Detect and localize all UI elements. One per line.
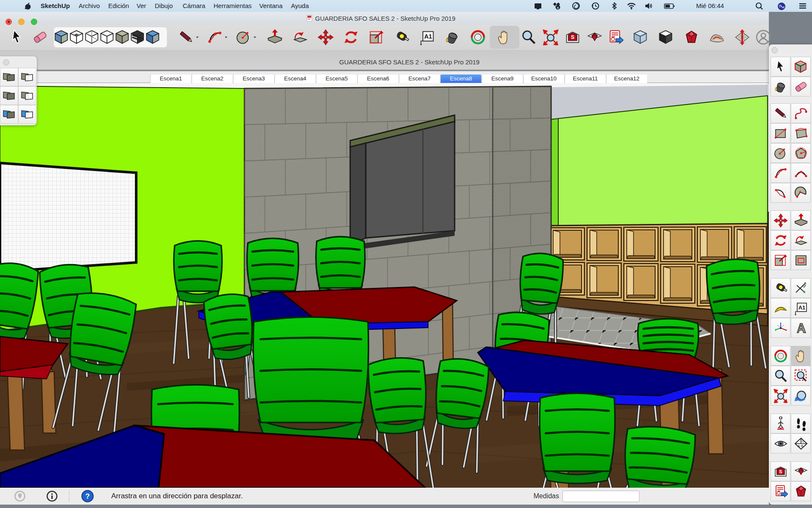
palette-position-camera[interactable] <box>771 414 790 433</box>
wifi-icon[interactable] <box>627 2 638 10</box>
palette-make-component[interactable] <box>791 57 811 77</box>
scene-tab-escena11[interactable]: Escena11 <box>565 75 606 83</box>
menu-cámara[interactable]: Cámara <box>183 0 205 12</box>
toolbar-ruby-console[interactable] <box>682 25 701 50</box>
palette-tape-measure[interactable] <box>771 278 790 298</box>
palette-circle[interactable] <box>771 143 790 163</box>
scene-tab-escena6[interactable]: Escena6 <box>357 75 398 83</box>
palette-3d-warehouse[interactable]: S <box>771 461 790 481</box>
palette-close-button[interactable] <box>771 47 778 53</box>
geolocation-icon[interactable] <box>14 491 25 502</box>
toolbar-arc[interactable] <box>206 25 224 50</box>
scene-tab-escena9[interactable]: Escena9 <box>482 75 523 83</box>
palette-2-point-arc[interactable] <box>791 163 811 183</box>
toolbar-zoom[interactable] <box>519 25 538 50</box>
apple-menu-icon[interactable] <box>25 2 31 10</box>
palette-protractor[interactable] <box>771 298 790 318</box>
menu-edición[interactable]: Edición <box>108 0 129 12</box>
notification-center-icon[interactable] <box>798 2 808 11</box>
toolbar-add-location[interactable] <box>657 25 675 50</box>
battery-icon[interactable] <box>664 2 675 10</box>
toolbar-paint-bucket[interactable] <box>443 25 462 50</box>
palette-dimensions[interactable]: 3 <box>791 278 811 298</box>
palette-pie[interactable] <box>791 183 811 203</box>
solid-intersect[interactable] <box>18 68 36 86</box>
palette-walk[interactable] <box>791 414 811 433</box>
palette-rotated-rectangle[interactable] <box>791 123 811 143</box>
minimize-button[interactable] <box>18 19 25 25</box>
siri-icon[interactable] <box>777 2 787 11</box>
toolbar-3d-warehouse[interactable]: S <box>563 25 582 50</box>
menu-herramientas[interactable]: Herramientas <box>214 0 252 12</box>
palette-rectangle[interactable] <box>771 123 790 143</box>
spotlight-icon[interactable] <box>755 2 765 11</box>
palette-3-point-arc[interactable] <box>771 183 790 203</box>
palette-arc[interactable] <box>771 163 790 183</box>
close-button[interactable] <box>5 19 12 25</box>
toolbar-sandbox[interactable] <box>708 25 726 50</box>
solid-subtract[interactable] <box>18 86 36 105</box>
scene-tab-escena1[interactable]: Escena1 <box>150 75 191 83</box>
toolbar-rotate[interactable] <box>342 25 360 50</box>
palette-orbit[interactable] <box>771 346 790 366</box>
bluetooth-icon[interactable] <box>611 2 622 10</box>
toolbar-text[interactable]: A1 <box>418 25 436 50</box>
toolbar-tape-measure[interactable] <box>392 25 411 50</box>
menu-sketchup[interactable]: SketchUp <box>41 0 70 12</box>
palette-paint-bucket[interactable] <box>771 77 790 97</box>
palette-axes[interactable] <box>771 318 790 338</box>
menu-ayuda[interactable]: Ayuda <box>291 0 309 12</box>
toolbar-circle[interactable] <box>234 25 253 50</box>
palette-ruby-console[interactable] <box>791 481 811 501</box>
scene-tab-escena2[interactable]: Escena2 <box>192 75 233 83</box>
menu-archivo[interactable]: Archivo <box>79 0 100 12</box>
info-icon[interactable] <box>47 491 58 502</box>
scene-tab-escena10[interactable]: Escena10 <box>523 75 564 83</box>
palette-section-plane[interactable]: CA·B <box>791 433 811 453</box>
menu-dibujo[interactable]: Dibujo <box>155 0 173 12</box>
toolbar-send-to-layout[interactable] <box>606 25 625 50</box>
toolbar-section-plane[interactable] <box>631 25 650 50</box>
menu-ventana[interactable]: Ventana <box>259 0 283 12</box>
palette-look-around[interactable] <box>771 433 790 453</box>
toolbar-select[interactable] <box>8 25 26 50</box>
scene-tab-escena7[interactable]: Escena7 <box>399 75 440 83</box>
display-icon[interactable] <box>534 2 545 10</box>
toolbar-push-pull[interactable] <box>266 25 284 50</box>
palette-send-to-layout[interactable] <box>771 481 790 501</box>
viewport-3d[interactable] <box>0 83 769 488</box>
scene-tab-escena12[interactable]: Escena12 <box>606 75 647 83</box>
zoom-button[interactable] <box>31 19 37 25</box>
palette-text[interactable]: A1 <box>791 298 811 318</box>
toolbar-line[interactable] <box>177 25 195 50</box>
palette-eraser[interactable] <box>791 77 811 97</box>
swirl-icon[interactable] <box>572 2 583 10</box>
palette-select[interactable] <box>771 57 790 77</box>
toolbar-style-monochrome[interactable] <box>144 25 162 50</box>
menu-ver[interactable]: Ver <box>137 0 146 12</box>
dropbox-icon[interactable]: x <box>552 2 564 10</box>
scene-tab-escena4[interactable]: Escena4 <box>274 75 315 83</box>
menu-clock[interactable]: Mié 06:44 <box>696 0 724 12</box>
measurements-input[interactable] <box>562 491 639 502</box>
palette-push-pull[interactable] <box>791 210 811 230</box>
toolbar-extension-warehouse[interactable] <box>585 25 604 50</box>
palette-freehand[interactable] <box>791 103 811 123</box>
solid-outer-shell[interactable] <box>0 68 18 86</box>
toolbar-circle-menu[interactable] <box>252 25 259 50</box>
palette-move[interactable] <box>771 210 790 230</box>
palette-previous[interactable] <box>791 386 811 406</box>
toolbar-pan[interactable] <box>495 25 513 50</box>
help-icon[interactable]: ? <box>81 490 94 502</box>
toolbar-follow-me[interactable] <box>291 25 310 50</box>
palette-offset[interactable] <box>791 250 811 270</box>
solid-split[interactable] <box>18 105 36 124</box>
scene-tab-escena8[interactable]: Escena8 <box>440 75 481 83</box>
solid-tools-close-button[interactable] <box>3 59 9 66</box>
palette-zoom[interactable] <box>771 366 790 386</box>
palette-line[interactable] <box>771 103 790 123</box>
solid-union[interactable] <box>0 86 18 105</box>
palette-pan[interactable] <box>791 346 811 366</box>
palette-zoom-window[interactable] <box>791 366 811 386</box>
toolbar-arc-menu[interactable] <box>223 25 230 50</box>
